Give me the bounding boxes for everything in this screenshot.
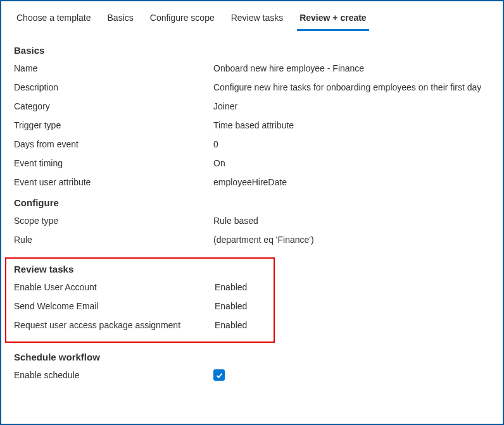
tab-review-tasks[interactable]: Review tasks — [229, 9, 286, 31]
label-rule: Rule — [14, 233, 213, 246]
value-description: Configure new hire tasks for onboarding … — [213, 81, 490, 94]
row-event-user-attribute: Event user attribute employeeHireDate — [14, 176, 490, 188]
label-name: Name — [14, 62, 213, 75]
tab-configure-scope[interactable]: Configure scope — [148, 9, 217, 31]
section-title-schedule-workflow: Schedule workflow — [14, 352, 490, 362]
tab-review-create[interactable]: Review + create — [297, 9, 369, 31]
content-area: Basics Name Onboard new hire employee - … — [1, 31, 503, 383]
label-category: Category — [14, 100, 213, 113]
row-event-timing: Event timing On — [14, 157, 490, 169]
label-days-from-event: Days from event — [14, 138, 213, 151]
enable-schedule-checkbox[interactable] — [213, 369, 225, 381]
label-event-timing: Event timing — [14, 157, 213, 169]
value-category: Joiner — [213, 100, 490, 113]
label-event-user-attribute: Event user attribute — [14, 176, 213, 188]
tabs-bar: Choose a template Basics Configure scope… — [1, 1, 503, 31]
label-send-welcome-email: Send Welcome Email — [14, 300, 215, 312]
value-request-access-package: Enabled — [215, 319, 266, 331]
row-category: Category Joiner — [14, 100, 490, 113]
label-enable-user-account: Enable User Account — [14, 281, 215, 293]
checkmark-icon — [215, 371, 224, 379]
value-enable-schedule — [213, 369, 490, 383]
section-title-basics: Basics — [14, 45, 490, 56]
value-trigger-type: Time based attribute — [213, 119, 490, 132]
row-request-access-package: Request user access package assignment E… — [14, 319, 266, 331]
label-trigger-type: Trigger type — [14, 119, 213, 132]
value-enable-user-account: Enabled — [215, 281, 266, 293]
row-trigger-type: Trigger type Time based attribute — [14, 119, 490, 132]
row-send-welcome-email: Send Welcome Email Enabled — [14, 300, 266, 312]
value-event-timing: On — [213, 157, 490, 169]
row-scope-type: Scope type Rule based — [14, 214, 490, 227]
row-enable-user-account: Enable User Account Enabled — [14, 281, 266, 293]
value-days-from-event: 0 — [213, 138, 490, 151]
row-name: Name Onboard new hire employee - Finance — [14, 62, 490, 75]
tab-basics[interactable]: Basics — [105, 9, 136, 31]
section-title-review-tasks: Review tasks — [14, 264, 266, 274]
row-rule: Rule (department eq 'Finance') — [14, 233, 490, 246]
value-event-user-attribute: employeeHireDate — [213, 176, 490, 188]
section-title-configure: Configure — [14, 197, 490, 208]
label-request-access-package: Request user access package assignment — [14, 319, 215, 331]
value-name: Onboard new hire employee - Finance — [213, 62, 490, 75]
review-tasks-highlight-box: Review tasks Enable User Account Enabled… — [5, 257, 275, 343]
label-enable-schedule: Enable schedule — [14, 369, 213, 381]
row-days-from-event: Days from event 0 — [14, 138, 490, 151]
schedule-workflow-section: Schedule workflow Enable schedule — [14, 352, 490, 383]
value-send-welcome-email: Enabled — [215, 300, 266, 312]
label-description: Description — [14, 81, 213, 94]
value-rule: (department eq 'Finance') — [213, 233, 490, 246]
tab-choose-template[interactable]: Choose a template — [14, 9, 94, 31]
row-enable-schedule: Enable schedule — [14, 369, 490, 383]
label-scope-type: Scope type — [14, 214, 213, 227]
value-scope-type: Rule based — [213, 214, 490, 227]
row-description: Description Configure new hire tasks for… — [14, 81, 490, 94]
